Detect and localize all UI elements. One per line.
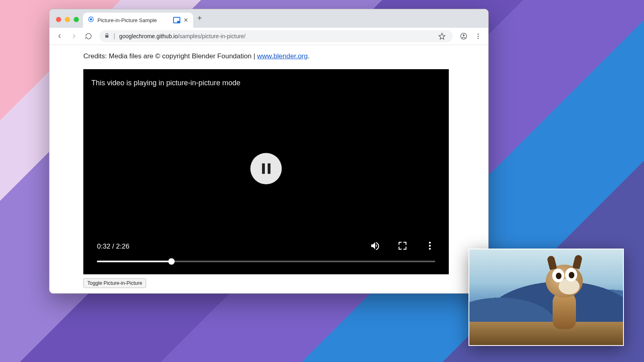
toggle-pip-button[interactable]: Toggle Picture-in-Picture <box>83 278 146 288</box>
back-button[interactable] <box>54 30 66 42</box>
progress-bar[interactable] <box>97 261 435 262</box>
browser-tab[interactable]: Picture-in-Picture Sample ✕ <box>83 12 193 28</box>
separator: | <box>114 33 115 40</box>
close-tab-button[interactable]: ✕ <box>184 17 188 23</box>
svg-point-6 <box>478 38 479 39</box>
svg-point-5 <box>478 36 479 37</box>
progress-thumb[interactable] <box>168 258 175 265</box>
pip-floating-window[interactable] <box>469 249 624 346</box>
credits-text: Credits: Media files are © copyright Ble… <box>83 52 454 60</box>
svg-point-1 <box>90 19 92 20</box>
svg-point-7 <box>429 242 431 244</box>
fullscreen-button[interactable] <box>397 241 408 253</box>
forward-button[interactable] <box>68 30 80 42</box>
tab-title: Picture-in-Picture Sample <box>97 17 170 23</box>
video-player[interactable]: This video is playing in picture-in-pict… <box>83 69 449 274</box>
new-tab-button[interactable]: + <box>197 14 202 23</box>
volume-button[interactable] <box>370 241 380 253</box>
tab-favicon-icon <box>88 16 94 24</box>
svg-point-4 <box>478 33 479 35</box>
svg-point-3 <box>463 35 465 37</box>
menu-button[interactable] <box>472 30 484 42</box>
window-controls <box>56 17 79 22</box>
toolbar: | googlechrome.github.io/samples/picture… <box>50 28 488 45</box>
profile-button[interactable] <box>458 30 470 42</box>
browser-window: Picture-in-Picture Sample ✕ + | <box>49 9 489 294</box>
minimize-window-button[interactable] <box>65 17 70 22</box>
pip-video-subject <box>530 261 595 329</box>
pause-button[interactable] <box>250 153 282 184</box>
svg-point-8 <box>429 245 431 247</box>
video-controls: 0:32 / 2:26 <box>83 241 449 274</box>
zoom-window-button[interactable] <box>74 17 79 22</box>
lock-icon <box>104 33 109 40</box>
url-text: googlechrome.github.io/samples/picture-i… <box>119 33 432 39</box>
address-bar[interactable]: | googlechrome.github.io/samples/picture… <box>99 30 453 42</box>
credits-link[interactable]: www.blender.org <box>257 52 308 60</box>
pause-icon <box>262 163 270 174</box>
time-display: 0:32 / 2:26 <box>97 243 129 251</box>
reload-button[interactable] <box>83 30 95 42</box>
close-window-button[interactable] <box>56 17 61 22</box>
desktop-wallpaper: Picture-in-Picture Sample ✕ + | <box>0 0 644 362</box>
video-overlay-text: This video is playing in picture-in-pict… <box>91 79 240 87</box>
progress-fill <box>97 261 171 262</box>
tab-strip: Picture-in-Picture Sample ✕ + <box>50 9 488 28</box>
svg-point-9 <box>429 248 431 250</box>
bookmark-star-button[interactable] <box>436 30 448 42</box>
pip-indicator-icon <box>173 17 180 23</box>
page-content: Credits: Media files are © copyright Ble… <box>50 45 488 288</box>
more-options-button[interactable] <box>425 241 435 253</box>
